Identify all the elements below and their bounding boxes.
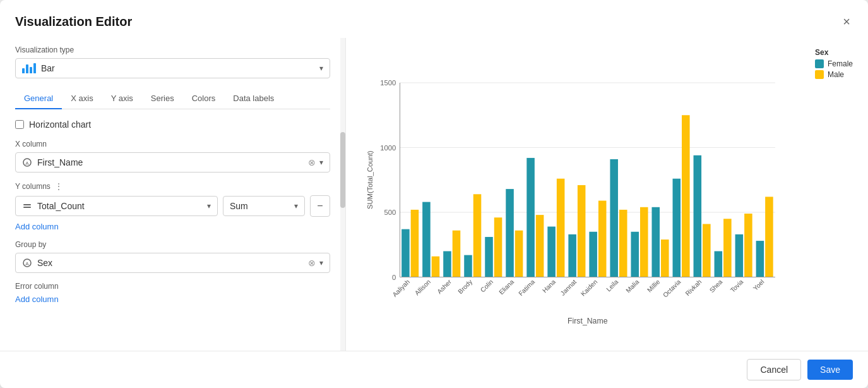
svg-rect-63 — [744, 214, 752, 277]
svg-rect-62 — [735, 234, 744, 277]
svg-rect-53 — [673, 179, 681, 277]
svg-rect-65 — [756, 241, 764, 277]
svg-text:Asher: Asher — [436, 278, 453, 295]
svg-rect-56 — [694, 155, 702, 277]
viz-type-dropdown[interactable]: Bar ▾ — [15, 58, 330, 78]
x-column-dropdown[interactable]: A First_Name ⊗ ▾ — [15, 152, 330, 173]
legend-item-female: Female — [815, 59, 853, 68]
svg-rect-45 — [619, 210, 627, 277]
svg-rect-29 — [506, 189, 514, 277]
remove-y-column-button[interactable]: − — [310, 195, 330, 217]
svg-text:1000: 1000 — [380, 144, 396, 152]
svg-text:Jannat: Jannat — [559, 278, 578, 297]
svg-text:Kaiden: Kaiden — [580, 278, 599, 298]
x-column-section: X column A First_Name ⊗ ▾ — [15, 140, 330, 173]
svg-text:Allison: Allison — [413, 278, 432, 296]
svg-rect-41 — [589, 232, 597, 277]
svg-rect-24 — [473, 194, 482, 277]
svg-rect-57 — [703, 224, 711, 277]
tab-colors[interactable]: Colors — [183, 88, 225, 109]
svg-text:Octavia: Octavia — [662, 278, 682, 299]
svg-text:Yoel: Yoel — [752, 278, 766, 292]
bar-chart-svg: 050010001500AaliyahAllisonAsherBrodyColi… — [361, 48, 853, 351]
svg-text:Millie: Millie — [646, 278, 661, 293]
svg-rect-47 — [631, 232, 639, 277]
svg-text:Aaliyah: Aaliyah — [391, 278, 412, 298]
x-column-clear-icon[interactable]: ⊗ — [308, 157, 316, 167]
left-panel: Visualization type Bar ▾ — [0, 38, 346, 351]
viz-type-label: Visualization type — [15, 45, 330, 54]
svg-text:Tovia: Tovia — [729, 278, 745, 294]
error-column-label: Error column — [15, 282, 330, 291]
scrollbar-thumb[interactable] — [340, 132, 345, 208]
chart-svg-wrap: 050010001500AaliyahAllisonAsherBrodyColi… — [361, 48, 853, 351]
close-button[interactable]: × — [840, 13, 853, 30]
svg-rect-39 — [578, 185, 586, 277]
group-by-label: Group by — [15, 240, 330, 249]
tab-data-labels[interactable]: Data labels — [224, 88, 283, 109]
scrollbar-track — [340, 38, 345, 351]
svg-rect-30 — [515, 231, 523, 277]
svg-rect-26 — [485, 237, 493, 277]
group-by-clear-icon[interactable]: ⊗ — [308, 258, 316, 268]
svg-rect-36 — [557, 179, 565, 277]
add-y-column-link[interactable]: Add column — [15, 222, 330, 231]
female-swatch — [815, 59, 824, 68]
right-panel: Sex Female Male 050010001500AaliyahAllis… — [346, 38, 868, 351]
svg-rect-20 — [443, 252, 451, 277]
svg-rect-35 — [547, 227, 556, 277]
legend-item-male: Male — [815, 70, 853, 79]
legend-title: Sex — [815, 48, 853, 57]
svg-text:Hana: Hana — [541, 278, 557, 294]
male-label: Male — [828, 70, 844, 79]
y-columns-options-icon[interactable]: ⋮ — [54, 181, 63, 191]
female-label: Female — [828, 59, 853, 68]
bar-chart-icon — [22, 63, 36, 73]
svg-text:A: A — [25, 261, 29, 267]
svg-text:First_Name: First_Name — [568, 317, 608, 325]
svg-rect-21 — [453, 231, 461, 277]
agg-chevron-icon: ▾ — [294, 202, 298, 210]
chart-area: Sex Female Male 050010001500AaliyahAllis… — [361, 48, 853, 351]
y-column-field-icon — [22, 201, 32, 211]
y-column-chevron-icon: ▾ — [207, 202, 211, 210]
svg-rect-50 — [651, 207, 660, 277]
add-error-column-link[interactable]: Add column — [15, 294, 330, 304]
modal-header: Visualization Editor × — [0, 0, 868, 38]
tab-x-axis[interactable]: X axis — [62, 88, 102, 109]
settings-tabs: General X axis Y axis Series Colors Data… — [15, 88, 330, 109]
error-column-section: Error column Add column — [15, 282, 330, 304]
svg-text:Shea: Shea — [708, 278, 724, 294]
svg-text:Fatima: Fatima — [517, 278, 536, 297]
svg-rect-32 — [526, 158, 535, 277]
group-by-dropdown[interactable]: A Sex ⊗ ▾ — [15, 253, 330, 273]
tab-general[interactable]: General — [15, 88, 62, 109]
svg-rect-2 — [23, 204, 31, 205]
viz-type-value: Bar — [41, 63, 55, 73]
svg-rect-44 — [610, 159, 618, 277]
chart-legend: Sex Female Male — [815, 48, 853, 81]
save-button[interactable]: Save — [807, 360, 853, 380]
cancel-button[interactable]: Cancel — [747, 359, 801, 380]
male-swatch — [815, 70, 824, 79]
svg-rect-60 — [723, 219, 732, 277]
svg-rect-27 — [494, 217, 502, 277]
svg-text:1500: 1500 — [380, 79, 396, 87]
svg-text:Brody: Brody — [456, 278, 473, 295]
horizontal-chart-checkbox[interactable] — [15, 120, 24, 129]
svg-rect-33 — [536, 215, 544, 277]
tab-series[interactable]: Series — [142, 88, 183, 109]
modal-body: Visualization type Bar ▾ — [0, 38, 868, 351]
visualization-editor-modal: Visualization Editor × Visualization typ… — [0, 0, 868, 388]
y-column-aggregation-dropdown[interactable]: Sum ▾ — [223, 196, 305, 216]
svg-rect-42 — [598, 201, 607, 277]
tab-y-axis[interactable]: Y axis — [102, 88, 142, 109]
svg-text:Malia: Malia — [624, 278, 640, 294]
y-columns-section: Y columns ⋮ Total_Count — [15, 181, 330, 231]
svg-rect-18 — [432, 257, 440, 277]
horizontal-chart-label: Horizontal chart — [29, 119, 91, 130]
y-column-metric-dropdown[interactable]: Total_Count ▾ — [15, 196, 218, 216]
x-column-value: First_Name — [37, 157, 83, 167]
svg-text:Eliana: Eliana — [497, 278, 515, 296]
modal-footer: Cancel Save — [0, 351, 868, 388]
